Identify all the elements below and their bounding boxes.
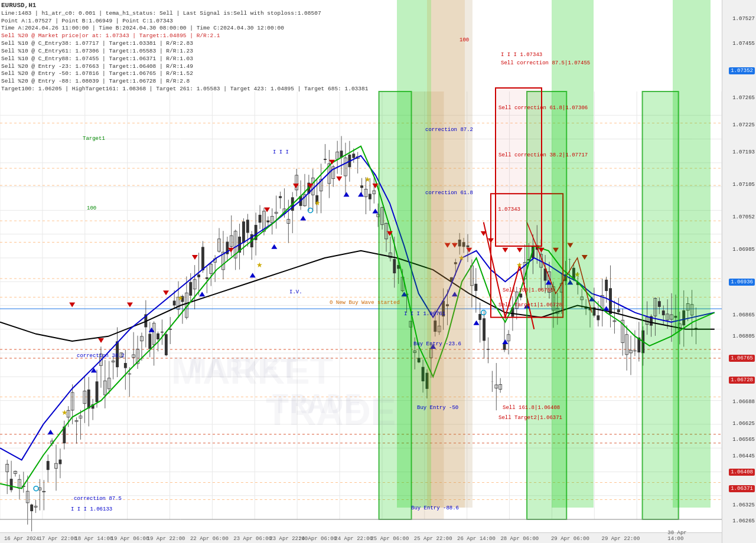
chart-container: EURUSD,H1 Line:1483 | h1_atr_c0: 0.001 |… xyxy=(0,0,756,543)
time-label-14: 29 Apr 06:00 xyxy=(551,536,589,542)
price-label-12: 1.06765 xyxy=(729,355,755,362)
price-label-9: 1.06985 xyxy=(732,247,755,253)
price-label-4: 1.07265 xyxy=(732,95,755,101)
time-axis: 16 Apr 2024 17 Apr 22:00 18 Apr 14:00 19… xyxy=(0,532,722,543)
price-label-16: 1.06565 xyxy=(732,437,755,443)
price-label-1: 1.07527 xyxy=(732,16,755,22)
price-axis: 1.07527 1.07455 1.07352 1.07265 1.07225 … xyxy=(722,0,756,543)
time-label-11: 25 Apr 22:00 xyxy=(414,536,452,542)
price-label-10: 1.06865 xyxy=(732,312,755,318)
price-label-3: 1.07352 xyxy=(729,67,755,74)
price-label-15: 1.06625 xyxy=(732,421,755,427)
price-label-19: 1.06371 xyxy=(729,485,755,492)
price-label-20: 1.06325 xyxy=(732,502,755,508)
time-label-2: 18 Apr 14:00 xyxy=(74,536,113,542)
price-label-13: 1.06728 xyxy=(729,377,755,384)
time-label-12: 26 Apr 14:00 xyxy=(457,536,496,542)
time-label-9: 24 Apr 22:00 xyxy=(334,536,373,542)
time-label-16: 30 Apr 14:00 xyxy=(667,530,703,542)
price-label-17: 1.06445 xyxy=(732,453,755,459)
price-label-8: 1.07052 xyxy=(732,214,755,220)
time-label-0: 16 Apr 2024 xyxy=(4,536,39,542)
time-label-6: 23 Apr 06:00 xyxy=(233,536,272,542)
time-label-1: 17 Apr 22:00 xyxy=(38,536,77,542)
price-chart xyxy=(0,0,756,543)
price-label-5: 1.07225 xyxy=(732,122,755,128)
time-label-5: 22 Apr 06:00 xyxy=(190,536,229,542)
price-label-2: 1.07455 xyxy=(732,41,755,47)
time-label-15: 29 Apr 22:00 xyxy=(602,536,640,542)
time-label-8: 24 Apr 06:00 xyxy=(298,536,337,542)
price-label-current: 1.06936 xyxy=(729,279,755,286)
time-label-3: 19 Apr 06:00 xyxy=(111,536,149,542)
time-label-13: 28 Apr 06:00 xyxy=(500,536,539,542)
price-label-21: 1.06265 xyxy=(732,518,755,524)
time-label-4: 19 Apr 22:00 xyxy=(147,536,185,542)
time-label-10: 25 Apr 06:00 xyxy=(370,536,409,542)
price-label-18: 1.06408 xyxy=(729,469,755,476)
price-label-11: 1.06805 xyxy=(732,333,755,339)
price-label-6: 1.07193 xyxy=(732,149,755,155)
price-label-14: 1.06688 xyxy=(732,399,755,405)
price-label-7: 1.07105 xyxy=(732,182,755,188)
